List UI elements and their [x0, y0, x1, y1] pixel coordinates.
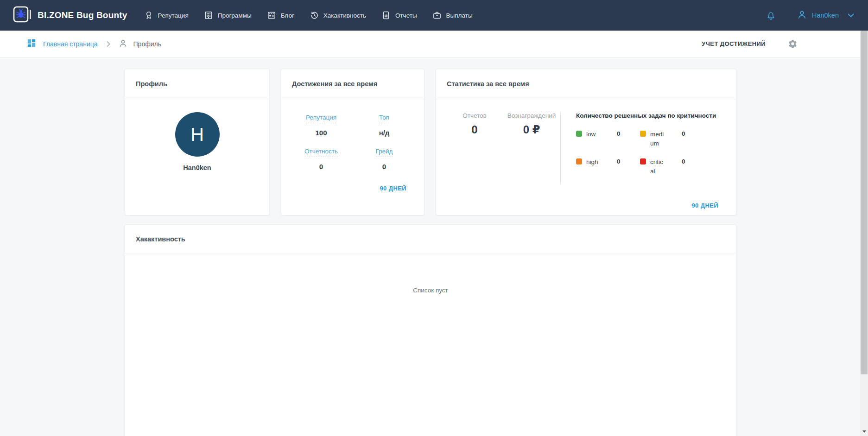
achievements-card: Достижения за все время Репутация 100 То…: [281, 69, 424, 215]
history-icon: [310, 11, 319, 20]
severity-title: Количество решенных задач по критичности: [576, 112, 736, 119]
severity-value: 0: [682, 158, 705, 178]
severity-value: 0: [617, 158, 640, 178]
briefcase-icon: [432, 11, 442, 20]
hacktivity-card: Хакактивность Список пуст: [125, 224, 736, 436]
breadcrumb: Главная страница Профиль: [26, 38, 161, 50]
breadcrumb-current: Профиль: [118, 38, 161, 50]
medal-icon: [144, 11, 153, 20]
brand-name: BI.ZONE Bug Bounty: [38, 10, 127, 20]
profile-person-icon: [118, 38, 128, 50]
main-content: Профиль H Han0ken Достижения за все врем…: [0, 57, 860, 436]
username: Han0ken: [812, 12, 839, 19]
metric-value: 0: [353, 163, 416, 171]
total-label: Вознаграждений: [503, 112, 560, 119]
total-value: 0 ₽: [503, 123, 560, 136]
nav-item-label: Выплаты: [446, 12, 473, 19]
nav-item-label: Хакактивность: [323, 12, 366, 19]
nav-item-label: Программы: [218, 12, 252, 19]
statistics-card-title: Статистика за все время: [436, 69, 736, 99]
metric-value: 100: [290, 129, 353, 137]
metric-label[interactable]: Грейд: [376, 148, 393, 157]
achievements-card-title: Достижения за все время: [281, 69, 424, 99]
scrollbar-thumb[interactable]: [861, 31, 868, 374]
nav-item-label: Репутация: [158, 12, 189, 19]
breadcrumb-current-label: Профиль: [133, 40, 161, 48]
report-icon: [381, 11, 391, 20]
critical-color-swatch: [640, 158, 646, 164]
scrollbar-down-arrow-icon[interactable]: [860, 428, 868, 435]
metric-label[interactable]: Топ: [379, 114, 389, 123]
chevron-down-icon: [848, 13, 854, 18]
profile-card-title: Профиль: [125, 69, 269, 99]
settings-gear-icon[interactable]: [788, 39, 798, 49]
stats-totals: Отчетов 0 Вознаграждений 0 ₽: [436, 112, 560, 184]
severity-low: low: [576, 130, 617, 150]
profile-username: Han0ken: [125, 164, 269, 171]
header-actions: УЧЕТ ДОСТИЖЕНИЙ: [702, 39, 798, 49]
breadcrumb-home-label: Главная страница: [43, 40, 98, 48]
dashboard-grid-icon: [26, 38, 37, 50]
breadcrumb-bar: Главная страница Профиль: [0, 31, 860, 57]
bizone-bug-logo-icon: [13, 6, 32, 25]
low-color-swatch: [576, 131, 582, 137]
total-label: Отчетов: [446, 112, 503, 119]
building-icon: [204, 11, 213, 20]
metric-value: н/д: [353, 129, 416, 137]
news-icon: [267, 11, 276, 20]
profile-card: Профиль H Han0ken: [125, 69, 270, 215]
total-value: 0: [446, 123, 503, 136]
severity-section: Количество решенных задач по критичности…: [561, 112, 736, 184]
nav-item-hacktivity[interactable]: Хакактивность: [310, 11, 366, 20]
achievements-accounting-link[interactable]: УЧЕТ ДОСТИЖЕНИЙ: [702, 40, 766, 47]
nav-item-blog[interactable]: Блог: [267, 11, 294, 20]
medium-color-swatch: [640, 131, 646, 137]
severity-high: high: [576, 158, 617, 178]
breadcrumb-home-link[interactable]: Главная страница: [26, 38, 98, 50]
severity-label: medium: [650, 130, 664, 150]
severity-value: 0: [682, 130, 705, 150]
nav-item-label: Отчеты: [395, 12, 417, 19]
user-icon: [797, 9, 807, 21]
severity-medium: medium: [640, 130, 682, 150]
notifications-bell-icon[interactable]: [766, 10, 776, 21]
nav-item-payouts[interactable]: Выплаты: [432, 11, 473, 20]
severity-label: low: [586, 130, 596, 150]
avatar: H: [175, 112, 220, 157]
achievements-90-days-link[interactable]: 90 ДНЕЙ: [380, 185, 406, 192]
vertical-scrollbar[interactable]: [860, 31, 868, 436]
brand[interactable]: BI.ZONE Bug Bounty: [13, 6, 127, 25]
metric-label[interactable]: Отчетность: [304, 148, 338, 157]
metric-value: 0: [290, 163, 353, 171]
page-body: Главная страница Профиль: [0, 31, 868, 436]
nav-item-label: Блог: [281, 12, 294, 19]
hacktivity-card-title: Хакактивность: [125, 225, 736, 253]
top-navbar: BI.ZONE Bug Bounty Репутация: [0, 0, 868, 31]
severity-label: high: [586, 158, 598, 178]
empty-list-text: Список пуст: [125, 253, 736, 294]
metric-top: Топ н/д: [353, 113, 416, 137]
nav-item-reports[interactable]: Отчеты: [381, 11, 417, 20]
high-color-swatch: [576, 158, 582, 164]
total-rewards: Вознаграждений 0 ₽: [503, 112, 560, 184]
severity-value: 0: [617, 130, 640, 150]
statistics-90-days-link[interactable]: 90 ДНЕЙ: [691, 202, 718, 209]
chevron-right-icon: [107, 41, 110, 47]
metric-reporting: Отчетность 0: [290, 147, 353, 171]
nav-menu: Репутация Программы: [144, 11, 473, 20]
nav-item-reputation[interactable]: Репутация: [144, 11, 189, 20]
metric-reputation: Репутация 100: [290, 113, 353, 137]
user-menu[interactable]: Han0ken: [797, 9, 854, 21]
total-reports: Отчетов 0: [446, 112, 503, 184]
navbar-right: Han0ken: [766, 9, 854, 21]
nav-item-programs[interactable]: Программы: [204, 11, 252, 20]
severity-label: critical: [650, 158, 664, 178]
metric-grade: Грейд 0: [353, 147, 416, 171]
severity-critical: critical: [640, 158, 682, 178]
metric-label[interactable]: Репутация: [306, 114, 336, 123]
statistics-card: Статистика за все время Отчетов 0 Вознаг…: [436, 69, 736, 215]
